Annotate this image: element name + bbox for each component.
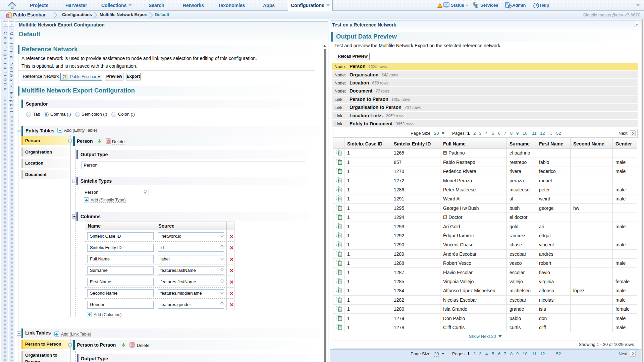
svg-text:?: ? xyxy=(535,4,537,8)
